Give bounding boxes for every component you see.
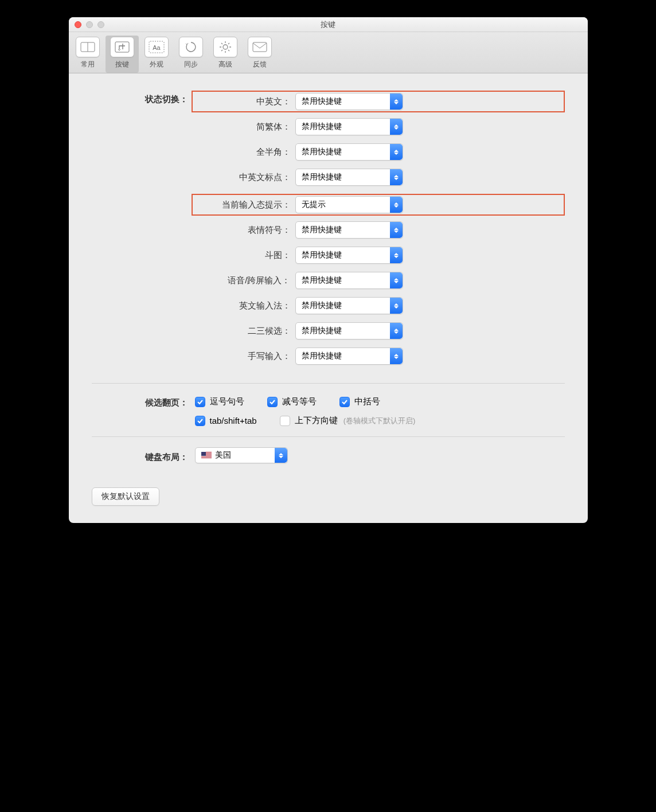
select-full-half[interactable]: 禁用快捷键 xyxy=(295,143,403,161)
row-label: 斗图： xyxy=(195,250,295,261)
row-candidates-23: 二三候选： 禁用快捷键 xyxy=(195,322,565,339)
checkbox-label: 上下方向键 xyxy=(295,415,338,426)
toolbar-label: 按键 xyxy=(115,60,129,69)
checkbox-hint: (卷轴模式下默认开启) xyxy=(343,416,416,426)
checkbox-label: 中括号 xyxy=(354,396,380,407)
svg-line-13 xyxy=(228,43,229,44)
select-voice-cross[interactable]: 禁用快捷键 xyxy=(295,272,403,289)
checkbox-label: 逗号句号 xyxy=(210,396,244,407)
content: 状态切换： 中英文： 禁用快捷键 简繁体： 禁用快捷键 xyxy=(69,73,588,523)
select-value: 禁用快捷键 xyxy=(302,275,342,286)
row-voice-cross: 语音/跨屏输入： 禁用快捷键 xyxy=(195,272,565,289)
preferences-window: 按键 常用 按键 Aa 外观 同步 xyxy=(69,17,588,523)
row-label: 中英文标点： xyxy=(195,172,295,183)
chevron-up-down-icon xyxy=(390,93,403,110)
select-value: 禁用快捷键 xyxy=(302,225,342,235)
select-keyboard-layout[interactable]: 美国 xyxy=(195,447,288,463)
select-emoji[interactable]: 禁用快捷键 xyxy=(295,221,403,239)
select-value: 禁用快捷键 xyxy=(302,122,342,132)
toolbar-label: 常用 xyxy=(81,60,95,69)
chevron-up-down-icon xyxy=(390,247,403,263)
row-label: 当前输入态提示： xyxy=(195,200,295,210)
gear-icon xyxy=(213,37,237,57)
row-label: 语音/跨屏输入： xyxy=(195,275,295,286)
select-value: 美国 xyxy=(215,450,231,460)
toolbar-label: 反馈 xyxy=(253,60,267,69)
svg-text:Aa: Aa xyxy=(153,44,161,51)
chevron-up-down-icon xyxy=(390,169,403,185)
row-emoji: 表情符号： 禁用快捷键 xyxy=(195,221,565,239)
toolbar-item-keys[interactable]: 按键 xyxy=(106,36,139,73)
section-label-state-switch: 状态切换： xyxy=(92,91,195,105)
checkbox-label: 减号等号 xyxy=(282,396,317,407)
row-english-ime: 英文输入法： 禁用快捷键 xyxy=(195,297,565,314)
svg-rect-2 xyxy=(115,42,129,52)
toolbar-item-advanced[interactable]: 高级 xyxy=(209,36,242,73)
separator xyxy=(92,383,565,384)
select-punct[interactable]: 禁用快捷键 xyxy=(295,169,403,186)
svg-point-5 xyxy=(223,45,228,49)
section-label-page-select: 候选翻页： xyxy=(92,394,195,408)
close-button[interactable] xyxy=(75,21,81,28)
toolbar-label: 同步 xyxy=(184,60,198,69)
row-label: 中英文： xyxy=(195,96,295,107)
row-cn-en: 中英文： 禁用快捷键 xyxy=(192,91,565,112)
select-input-state-hint[interactable]: 无提示 xyxy=(295,196,403,213)
row-label: 简繁体： xyxy=(195,122,295,132)
chevron-up-down-icon xyxy=(390,119,403,135)
chevron-up-down-icon xyxy=(390,222,403,238)
titlebar: 按键 xyxy=(69,17,588,32)
toolbar-label: 高级 xyxy=(218,60,232,69)
row-simp-trad: 简繁体： 禁用快捷键 xyxy=(195,118,565,135)
checkbox-brackets[interactable]: 中括号 xyxy=(339,396,380,407)
row-label: 英文输入法： xyxy=(195,300,295,311)
row-input-state-hint: 当前输入态提示： 无提示 xyxy=(192,194,565,216)
window-title: 按键 xyxy=(321,19,335,30)
chevron-up-down-icon xyxy=(390,197,403,213)
button-label: 恢复默认设置 xyxy=(101,491,150,502)
checkbox-tab[interactable]: tab/shift+tab xyxy=(195,416,257,426)
select-english-ime[interactable]: 禁用快捷键 xyxy=(295,297,403,314)
toolbar-item-sync[interactable]: 同步 xyxy=(174,36,208,73)
select-candidates-23[interactable]: 禁用快捷键 xyxy=(295,322,403,339)
sync-icon xyxy=(179,37,203,57)
traffic-lights xyxy=(75,21,104,28)
row-label: 手写输入： xyxy=(195,351,295,362)
chevron-up-down-icon xyxy=(390,144,403,160)
toolbar-label: 外观 xyxy=(150,60,163,69)
checkbox-comma-period[interactable]: 逗号句号 xyxy=(195,396,244,407)
select-handwriting[interactable]: 禁用快捷键 xyxy=(295,348,403,365)
select-doutu[interactable]: 禁用快捷键 xyxy=(295,247,403,264)
chevron-up-down-icon xyxy=(390,298,403,314)
toolbar-item-general[interactable]: 常用 xyxy=(71,36,104,73)
svg-line-11 xyxy=(228,50,229,51)
general-icon xyxy=(76,37,100,57)
toolbar-item-appearance[interactable]: Aa 外观 xyxy=(140,36,173,73)
select-value: 禁用快捷键 xyxy=(302,250,342,260)
zoom-button[interactable] xyxy=(97,21,104,28)
select-value: 禁用快捷键 xyxy=(302,147,342,157)
toolbar-item-feedback[interactable]: 反馈 xyxy=(243,36,276,73)
row-label: 表情符号： xyxy=(195,225,295,236)
keys-icon xyxy=(110,37,134,57)
toolbar: 常用 按键 Aa 外观 同步 高级 xyxy=(69,32,588,73)
checkbox-arrows[interactable]: 上下方向键 (卷轴模式下默认开启) xyxy=(280,415,416,426)
checkbox-minus-equal[interactable]: 减号等号 xyxy=(267,396,317,407)
row-doutu: 斗图： 禁用快捷键 xyxy=(195,247,565,264)
chevron-up-down-icon xyxy=(390,348,403,364)
chevron-up-down-icon xyxy=(275,448,287,463)
page-select-body: 逗号句号 减号等号 中括号 tab/shift+tab xyxy=(195,394,565,426)
reset-defaults-button[interactable]: 恢复默认设置 xyxy=(92,487,159,506)
row-punct: 中英文标点： 禁用快捷键 xyxy=(195,169,565,186)
svg-line-12 xyxy=(221,50,222,51)
chevron-up-down-icon xyxy=(390,272,403,288)
minimize-button[interactable] xyxy=(86,21,93,28)
row-label: 二三候选： xyxy=(195,326,295,337)
svg-rect-14 xyxy=(253,42,267,52)
mail-icon xyxy=(248,37,272,57)
chevron-up-down-icon xyxy=(390,323,403,339)
select-cn-en[interactable]: 禁用快捷键 xyxy=(295,93,403,110)
select-simp-trad[interactable]: 禁用快捷键 xyxy=(295,118,403,135)
row-full-half: 全半角： 禁用快捷键 xyxy=(195,143,565,161)
select-value: 禁用快捷键 xyxy=(302,351,342,361)
